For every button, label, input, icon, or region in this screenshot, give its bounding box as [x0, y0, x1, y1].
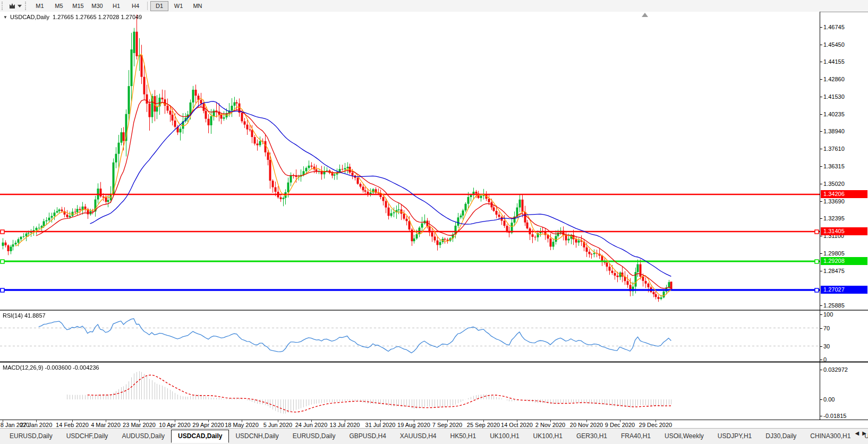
- price-axis-label: 1.28475: [823, 268, 867, 274]
- price-axis-label: 1.45450: [823, 41, 867, 48]
- price-axis-tick: [820, 305, 822, 306]
- price-line-badge: 1.27027: [821, 286, 867, 294]
- price-axis-line: [820, 12, 820, 420]
- price-axis-label: 1.33690: [823, 198, 867, 204]
- date-label: 4 Mar 2020: [91, 422, 121, 428]
- date-label: 20 Nov 2020: [570, 422, 603, 428]
- chart-tab-gbpusd-h4[interactable]: GBPUSD,H4: [343, 431, 392, 442]
- date-label: 24 Jun 2020: [295, 422, 328, 428]
- date-label: 25 Sep 2020: [467, 422, 500, 428]
- date-label: 2 Nov 2020: [535, 422, 565, 428]
- mt4-window: M1M5M15M30H1H4D1W1MN ▼USDCAD,Daily 1.276…: [0, 0, 868, 444]
- main-chart-panel: ▼USDCAD,Daily 1.27665 1.27665 1.27028 1.…: [0, 12, 820, 310]
- macd-axis-tick: [820, 399, 822, 400]
- price-axis-tick: [820, 62, 822, 62]
- date-label: 9 Dec 2020: [605, 422, 635, 428]
- macd-axis-label: 0.00: [823, 396, 867, 403]
- rsi-axis-label: 70: [823, 325, 867, 331]
- chart-tab-fra40-h1[interactable]: FRA40,H1: [615, 431, 657, 442]
- macd-axis-tick: [820, 370, 822, 370]
- chart-tab-xauusd-h4[interactable]: XAUUSD,H4: [394, 431, 443, 442]
- rsi-indicator-label: RSI(14) 41.8857: [3, 312, 46, 319]
- timeframe-button-m30[interactable]: M30: [88, 1, 106, 11]
- price-axis-label: 1.46745: [823, 24, 867, 30]
- price-axis-label: 1.25885: [823, 302, 867, 309]
- timeframe-toolbar: M1M5M15M30H1H4D1W1MN: [30, 1, 207, 11]
- rsi-canvas[interactable]: [0, 311, 820, 361]
- price-axis-tick: [820, 97, 822, 97]
- one-click-trading-toggle[interactable]: ▼: [3, 15, 7, 20]
- timeframe-button-m15[interactable]: M15: [69, 1, 87, 11]
- macd-canvas[interactable]: [0, 363, 820, 420]
- chevron-down-icon: [18, 5, 22, 7]
- chart-tab-usdcad-daily[interactable]: USDCAD,Daily: [171, 430, 229, 443]
- timeframe-button-mn[interactable]: MN: [189, 1, 207, 11]
- price-axis-label: 1.29805: [823, 250, 867, 257]
- chart-tab-eurusd-daily[interactable]: EURUSD,Daily: [3, 431, 59, 442]
- price-axis-tick: [820, 45, 822, 45]
- price-axis-tick: [820, 27, 822, 28]
- timeframe-button-d1[interactable]: D1: [150, 1, 168, 11]
- date-label: 14 Feb 2020: [56, 422, 89, 428]
- price-line-badge: 1.29208: [821, 257, 867, 265]
- date-label: 7 Sep 2020: [432, 422, 462, 428]
- price-axis-tick: [820, 114, 822, 115]
- price-axis-tick: [820, 253, 822, 254]
- timeframe-button-m5[interactable]: M5: [50, 1, 68, 11]
- timeframe-button-m1[interactable]: M1: [31, 1, 49, 11]
- chart-tab-usdchf-daily[interactable]: USDCHF,Daily: [60, 431, 115, 442]
- crosshair-tool-button[interactable]: [7, 1, 23, 11]
- date-label: 23 Mar 2020: [123, 422, 156, 428]
- date-label: 19 Aug 2020: [397, 422, 430, 428]
- rsi-axis-tick: [820, 328, 822, 329]
- price-axis-label: 1.38940: [823, 128, 867, 134]
- chart-tab-ger30-h1[interactable]: GER30,H1: [570, 431, 614, 442]
- macd-axis-label: -0.01815: [823, 413, 867, 419]
- price-axis-tick: [820, 236, 822, 236]
- chart-tab-bar: EURUSD,DailyUSDCHF,DailyAUDUSD,DailyUSDC…: [0, 428, 868, 444]
- chart-tab-uk100-h1[interactable]: UK100,H1: [527, 431, 569, 442]
- date-label: 18 May 2020: [225, 422, 259, 428]
- tab-scroll-left-button[interactable]: ◀: [855, 430, 860, 436]
- date-label: 29 Apr 2020: [192, 422, 224, 428]
- price-axis-label: 1.35020: [823, 181, 867, 187]
- date-label: 14 Oct 2020: [501, 422, 533, 428]
- toolbar-gripper[interactable]: [25, 2, 29, 10]
- price-axis-tick: [820, 149, 822, 149]
- chart-ohlc-values: 1.27665 1.27665 1.27028 1.27049: [53, 14, 142, 20]
- price-axis-label: 1.36315: [823, 163, 867, 169]
- chart-tab-audusd-daily[interactable]: AUDUSD,Daily: [115, 431, 171, 442]
- date-label: 27 Jan 2020: [20, 422, 53, 428]
- price-axis-tick: [820, 271, 822, 271]
- chart-tab-dj30-daily[interactable]: DJ30,Daily: [759, 431, 803, 442]
- cursor-arrows-icon: [8, 3, 15, 10]
- price-axis-label: 1.32395: [823, 215, 867, 221]
- toolbar-gripper[interactable]: [2, 2, 5, 10]
- chart-shift-marker[interactable]: [642, 13, 648, 17]
- timeframe-button-h1[interactable]: H1: [107, 1, 125, 11]
- chart-tab-china300-h1[interactable]: CHINA300,H1: [804, 431, 857, 442]
- rsi-axis-label: 0: [823, 356, 867, 363]
- date-label: 31 Jul 2020: [365, 422, 396, 428]
- chart-tab-eurusd-daily[interactable]: EURUSD,Daily: [286, 431, 342, 442]
- timeframe-button-w1[interactable]: W1: [169, 1, 188, 11]
- price-axis-tick: [820, 184, 822, 184]
- date-label: 13 Jul 2020: [330, 422, 360, 428]
- price-chart-canvas[interactable]: [0, 12, 820, 310]
- macd-axis-tick: [820, 416, 822, 416]
- chart-tab-usdcnh-daily[interactable]: USDCNH,Daily: [229, 431, 285, 442]
- price-axis-label: 1.41530: [823, 93, 867, 100]
- price-axis-tick: [820, 201, 822, 202]
- macd-indicator-label: MACD(12,26,9) -0.003600 -0.004236: [3, 364, 99, 371]
- price-axis-tick: [820, 218, 822, 219]
- rsi-axis-tick: [820, 314, 822, 315]
- timeframe-button-h4[interactable]: H4: [126, 1, 144, 11]
- rsi-panel: RSI(14) 41.8857: [0, 311, 820, 361]
- chart-tab-usoil-weekly[interactable]: USOil,Weekly: [658, 431, 710, 442]
- chart-tab-usdjpy-h1[interactable]: USDJPY,H1: [711, 431, 758, 442]
- tab-scroll-right-button[interactable]: ▶: [862, 430, 866, 436]
- toolbar: M1M5M15M30H1H4D1W1MN: [0, 0, 868, 12]
- chart-tab-hk50-h1[interactable]: HK50,H1: [444, 431, 483, 442]
- date-axis[interactable]: 8 Jan 202027 Jan 202014 Feb 20204 Mar 20…: [0, 420, 868, 428]
- chart-tab-uk100-h1[interactable]: UK100,H1: [483, 431, 525, 442]
